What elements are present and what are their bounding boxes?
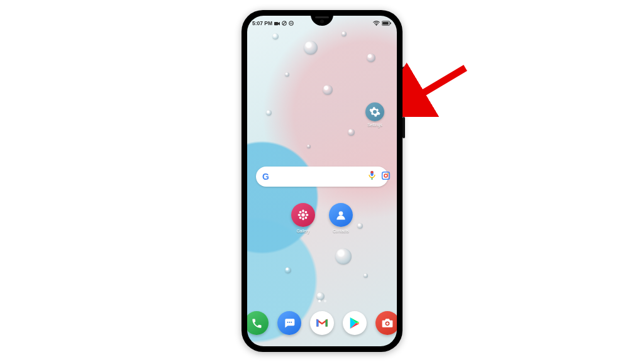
wallpaper-drop — [304, 41, 318, 55]
status-time: 5:07 PM — [252, 20, 272, 26]
svg-rect-10 — [371, 171, 374, 173]
svg-rect-8 — [382, 22, 389, 25]
svg-point-15 — [301, 213, 304, 216]
svg-point-14 — [387, 173, 389, 174]
camera-icon — [375, 311, 397, 335]
wallpaper-drop — [367, 53, 375, 62]
google-search-bar[interactable]: G — [256, 167, 388, 187]
svg-point-31 — [386, 322, 389, 325]
camera-app[interactable] — [375, 311, 397, 335]
google-logo-icon: G — [262, 172, 269, 182]
app-label: Contacts — [328, 229, 353, 233]
dnd-icon — [289, 21, 294, 26]
wallpaper-drop — [285, 72, 289, 77]
wallpaper-drop — [323, 85, 333, 95]
wallpaper-drop — [348, 129, 355, 136]
power-button[interactable] — [402, 117, 405, 138]
wifi-icon — [373, 21, 380, 26]
svg-rect-28 — [316, 319, 318, 326]
wallpaper-drop — [307, 145, 311, 148]
battery-icon — [382, 21, 392, 26]
lens-icon[interactable] — [381, 171, 391, 183]
callout-arrow — [402, 60, 478, 117]
svg-point-5 — [376, 25, 377, 26]
svg-point-19 — [306, 214, 308, 216]
settings-label: Settings — [364, 123, 386, 127]
play-icon — [343, 311, 367, 335]
no-sim-icon — [282, 21, 287, 26]
phone-icon — [247, 311, 269, 335]
wallpaper-drop — [335, 248, 352, 265]
wallpaper-drop — [341, 31, 347, 36]
gear-icon — [365, 102, 384, 121]
mic-icon[interactable] — [368, 170, 376, 183]
gmail-app[interactable] — [310, 311, 334, 335]
page-indicator[interactable] — [247, 300, 397, 302]
svg-rect-29 — [326, 319, 328, 326]
search-input[interactable] — [274, 172, 363, 181]
svg-point-22 — [299, 217, 302, 219]
svg-rect-7 — [390, 22, 391, 24]
svg-point-26 — [289, 322, 291, 323]
tutorial-figure: 5:07 PM Settings G — [0, 0, 644, 362]
svg-line-32 — [413, 68, 465, 99]
app-label: Gallery — [291, 229, 316, 233]
svg-point-23 — [305, 217, 308, 219]
wallpaper-drop — [364, 273, 368, 278]
phone-app[interactable] — [247, 311, 269, 335]
home-screen[interactable]: 5:07 PM Settings G — [247, 16, 397, 346]
home-apps-row: Gallery Contacts — [247, 203, 397, 233]
settings-shortcut[interactable]: Settings — [364, 102, 386, 127]
svg-point-13 — [384, 174, 387, 177]
svg-point-20 — [299, 211, 302, 214]
svg-point-21 — [305, 211, 308, 214]
volume-rocker[interactable] — [402, 67, 405, 106]
status-bar: 5:07 PM — [252, 18, 392, 28]
contacts-app[interactable]: Contacts — [328, 203, 353, 233]
contacts-icon — [329, 203, 353, 227]
gallery-app[interactable]: Gallery — [291, 203, 316, 233]
messages-icon — [277, 311, 301, 335]
svg-point-18 — [298, 214, 301, 216]
svg-line-2 — [283, 22, 286, 25]
svg-rect-12 — [382, 172, 390, 179]
svg-point-25 — [287, 322, 289, 323]
svg-point-17 — [302, 217, 304, 220]
gallery-icon — [291, 203, 315, 227]
play-store-app[interactable] — [343, 311, 367, 335]
wallpaper-drop — [272, 33, 279, 40]
wallpaper-drop — [266, 110, 272, 116]
svg-point-27 — [291, 322, 292, 323]
svg-point-24 — [339, 211, 343, 216]
dock — [247, 311, 397, 335]
phone-frame: 5:07 PM Settings G — [242, 10, 402, 352]
messages-app[interactable] — [277, 311, 301, 335]
gmail-icon — [310, 311, 334, 335]
svg-point-16 — [302, 210, 304, 212]
wallpaper-drop — [285, 267, 291, 273]
svg-rect-0 — [274, 21, 278, 25]
video-icon — [274, 21, 280, 26]
